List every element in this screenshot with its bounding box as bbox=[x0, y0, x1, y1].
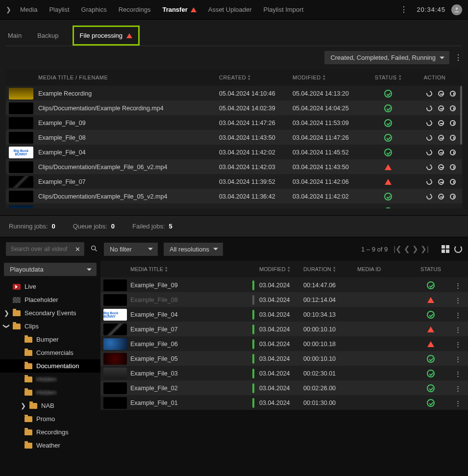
job-row[interactable]: Clips/Documentation/Example_File_06_v2.m… bbox=[6, 159, 462, 174]
nav-expand-icon[interactable]: ❯ bbox=[6, 6, 11, 13]
tree-item-nab[interactable]: ❯NAB bbox=[0, 399, 100, 412]
retry-icon[interactable] bbox=[425, 119, 434, 127]
tab-backup[interactable]: Backup bbox=[35, 25, 60, 46]
scrollbar[interactable] bbox=[460, 86, 462, 145]
cancel-icon[interactable] bbox=[437, 133, 445, 142]
col-created[interactable]: CREATED▴▾ bbox=[219, 74, 293, 81]
job-row[interactable]: Example_File_0803.04.2024 11:43:5003.04.… bbox=[6, 130, 462, 145]
tree-item-bumper[interactable]: Bumper bbox=[0, 333, 100, 346]
tree-item-documentation[interactable]: Documentation bbox=[0, 359, 100, 373]
nav-playlist[interactable]: Playlist bbox=[49, 6, 69, 13]
row-menu-icon[interactable]: ⋮ bbox=[450, 282, 465, 289]
media-row[interactable]: Example_File_0303.04.202400:02:30.01⋮ bbox=[100, 366, 468, 380]
tree-item-weather[interactable]: Weather bbox=[0, 439, 100, 452]
cancel-icon[interactable] bbox=[437, 89, 445, 98]
history-icon[interactable] bbox=[448, 133, 457, 142]
job-row[interactable]: Big Buck BUNNYExample_File_0403.04.2024 … bbox=[6, 145, 462, 159]
tree-placeholder[interactable]: Placeholder bbox=[0, 293, 100, 306]
mcol-title[interactable]: MEDIA TITLE▴▾ bbox=[130, 266, 252, 273]
nav-media[interactable]: Media bbox=[20, 6, 37, 13]
cancel-icon[interactable] bbox=[437, 148, 445, 157]
retry-icon[interactable] bbox=[425, 89, 434, 98]
mcol-status[interactable]: STATUS bbox=[411, 266, 450, 272]
chevron-down-icon[interactable]: ❯ bbox=[3, 324, 10, 329]
user-avatar-icon[interactable] bbox=[451, 4, 462, 15]
refresh-icon[interactable] bbox=[454, 245, 462, 253]
history-icon[interactable] bbox=[448, 207, 457, 208]
search-box[interactable]: ✕ bbox=[6, 242, 84, 256]
row-menu-icon[interactable]: ⋮ bbox=[450, 355, 465, 363]
row-menu-icon[interactable]: ⋮ bbox=[450, 311, 465, 319]
tree-item-commercials[interactable]: Commercials bbox=[0, 346, 100, 359]
more-vert-icon[interactable]: ⋮ bbox=[400, 5, 408, 14]
tree-item-blur2[interactable]: Hidden bbox=[0, 386, 100, 399]
tree-item-recordings[interactable]: Recordings bbox=[0, 426, 100, 439]
nav-recordings[interactable]: Recordings bbox=[119, 6, 151, 13]
mcol-duration[interactable]: DURATION▴▾ bbox=[303, 266, 357, 273]
col-title[interactable]: MEDIA TITLE / FILENAME bbox=[38, 75, 219, 80]
retry-icon[interactable] bbox=[425, 133, 434, 142]
page-last-icon[interactable]: ❯| bbox=[420, 245, 429, 253]
retry-icon[interactable] bbox=[425, 192, 434, 201]
cancel-icon[interactable] bbox=[437, 163, 445, 172]
filter-dropdown[interactable]: No filter bbox=[104, 243, 158, 256]
cancel-icon[interactable] bbox=[437, 207, 445, 208]
chevron-right-icon[interactable]: ❯ bbox=[4, 309, 9, 317]
retry-icon[interactable] bbox=[425, 177, 434, 186]
history-icon[interactable] bbox=[448, 89, 457, 98]
media-row[interactable]: Example_File_0803.04.202400:12:14.04⋮ bbox=[100, 292, 468, 307]
cancel-icon[interactable] bbox=[437, 104, 445, 113]
cancel-icon[interactable] bbox=[437, 192, 445, 201]
row-menu-icon[interactable]: ⋮ bbox=[450, 385, 465, 392]
media-row[interactable]: Example_File_0203.04.202400:02:26.00⋮ bbox=[100, 380, 468, 395]
job-row[interactable]: Example Recording05.04.2024 14:10:4605.0… bbox=[6, 86, 462, 100]
tree-item-promo[interactable]: Promo bbox=[0, 412, 100, 426]
tree-secondary-events[interactable]: ❯Secondary Events bbox=[0, 306, 100, 320]
history-icon[interactable] bbox=[448, 119, 457, 127]
page-first-icon[interactable]: |❮ bbox=[394, 245, 402, 253]
job-row[interactable]: Example_File_0303.04.2024 11:35:5403.04.… bbox=[6, 203, 462, 208]
tree-live[interactable]: Live bbox=[0, 280, 100, 293]
cancel-icon[interactable] bbox=[437, 177, 445, 186]
media-row[interactable]: Example_File_0903.04.202400:14:47.06⋮ bbox=[100, 277, 468, 292]
nav-playlist-import[interactable]: Playlist Import bbox=[264, 6, 304, 13]
media-row[interactable]: Example_File_0703.04.202400:00:10.10⋮ bbox=[100, 322, 468, 336]
tab-main[interactable]: Main bbox=[6, 25, 24, 46]
job-row[interactable]: Clips/Documentation/Example Recording.mp… bbox=[6, 100, 462, 115]
storage-dropdown[interactable]: Playoutdata bbox=[4, 263, 97, 276]
page-prev-icon[interactable]: ❮ bbox=[404, 245, 410, 253]
chevron-right-icon[interactable]: ❯ bbox=[21, 402, 25, 409]
mcol-modified[interactable]: MODIFIED▴▾ bbox=[259, 266, 303, 273]
nav-transfer[interactable]: Transfer bbox=[162, 6, 196, 13]
media-row[interactable]: Example_File_0503.04.202400:00:10.10⋮ bbox=[100, 351, 468, 366]
tab-file-processing[interactable]: File processing bbox=[73, 25, 140, 46]
col-status[interactable]: STATUS▴▾ bbox=[366, 74, 410, 81]
grid-view-icon[interactable] bbox=[442, 245, 449, 253]
media-row[interactable]: Example_File_0603.04.202400:00:10.18⋮ bbox=[100, 336, 468, 351]
history-icon[interactable] bbox=[448, 104, 457, 113]
cancel-icon[interactable] bbox=[437, 119, 445, 127]
nav-graphics[interactable]: Graphics bbox=[81, 6, 107, 13]
col-modified[interactable]: MODIFIED▴▾ bbox=[293, 74, 366, 81]
history-icon[interactable] bbox=[448, 177, 457, 186]
nav-asset-uploader[interactable]: Asset Uploader bbox=[208, 6, 252, 13]
history-icon[interactable] bbox=[448, 148, 457, 157]
search-input[interactable] bbox=[10, 245, 69, 253]
retry-icon[interactable] bbox=[425, 163, 434, 172]
row-menu-icon[interactable]: ⋮ bbox=[450, 400, 465, 407]
resolution-dropdown[interactable]: All resolutions bbox=[164, 243, 223, 256]
tree-clips[interactable]: ❯Clips bbox=[0, 320, 100, 333]
retry-icon[interactable] bbox=[425, 207, 434, 208]
filter-more-icon[interactable]: ⋮ bbox=[454, 53, 462, 62]
media-row[interactable]: Example_File_0103.04.202400:01:30.00⋮ bbox=[100, 395, 468, 410]
page-next-icon[interactable]: ❯ bbox=[412, 245, 419, 253]
retry-icon[interactable] bbox=[425, 148, 434, 157]
row-menu-icon[interactable]: ⋮ bbox=[450, 370, 465, 377]
history-icon[interactable] bbox=[448, 163, 457, 172]
media-row[interactable]: Big Buck BUNNYExample_File_0403.04.20240… bbox=[100, 307, 468, 322]
job-row[interactable]: Example_File_0903.04.2024 11:47:2603.04.… bbox=[6, 115, 462, 130]
search-icon[interactable] bbox=[90, 245, 98, 254]
mcol-mediaid[interactable]: MEDIA ID bbox=[357, 266, 411, 272]
tree-item-blur1[interactable]: Hidden bbox=[0, 373, 100, 386]
status-filter-dropdown[interactable]: Created, Completed, Failed, Running bbox=[324, 51, 449, 64]
